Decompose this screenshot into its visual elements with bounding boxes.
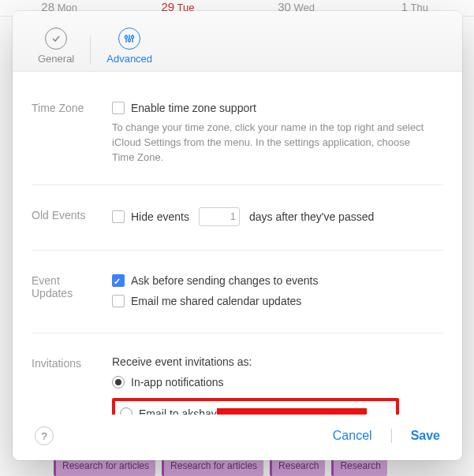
radio-icon [120, 407, 132, 415]
radio-email[interactable]: Email to akshay [120, 406, 388, 415]
enable-timezone-checkbox[interactable]: Enable time zone support [112, 100, 443, 116]
radio-icon [112, 376, 125, 389]
checkbox-label: Email me shared calendar updates [131, 293, 301, 309]
section-invitations: Invitations Receive event invitations as… [32, 349, 443, 415]
help-button[interactable]: ? [35, 426, 54, 445]
ask-before-sending-checkbox[interactable]: Ask before sending changes to events [112, 273, 443, 288]
tab-label: General [38, 53, 74, 65]
hide-events-checkbox[interactable]: Hide events days after they've passed [112, 207, 443, 226]
save-button[interactable]: Save [406, 426, 445, 446]
svg-point-3 [129, 39, 131, 41]
section-updates: Event Updates Ask before sending changes… [32, 266, 443, 333]
checkmark-circle-icon [45, 28, 67, 50]
email-shared-updates-checkbox[interactable]: Email me shared calendar updates [112, 293, 443, 309]
checkbox-label-pre: Hide events [131, 209, 189, 225]
checkbox-icon [112, 295, 125, 307]
radio-label: In-app notifications [131, 374, 224, 390]
section-label: Time Zone [32, 100, 99, 165]
checkbox-icon [112, 274, 125, 287]
section-label: Invitations [32, 355, 99, 415]
tab-advanced[interactable]: Advanced [95, 24, 163, 71]
modal-content: Time Zone Enable time zone support To ch… [13, 72, 462, 415]
event-chip[interactable]: Research for articles [54, 459, 155, 476]
preferences-modal: General Advanced Time Zone Enable time z… [13, 11, 462, 460]
section-label: Old Events [32, 207, 99, 231]
calendar-events-row: Research for articles Research for artic… [0, 459, 474, 476]
modal-footer: ? Cancel Save [13, 415, 462, 460]
email-option-highlight: Email to akshay Use this option if your … [112, 398, 399, 415]
sliders-icon [118, 28, 140, 50]
event-chip[interactable]: Research [331, 459, 386, 476]
invitations-intro: Receive event invitations as: [112, 355, 443, 368]
checkbox-label: Ask before sending changes to events [131, 273, 318, 288]
checkbox-icon [112, 102, 125, 114]
svg-point-1 [125, 35, 128, 38]
event-chip[interactable]: Research [270, 459, 325, 476]
timezone-hint: To change your time zone, click your nam… [112, 121, 427, 165]
button-separator [391, 429, 392, 443]
radio-inapp[interactable]: In-app notifications [112, 374, 443, 390]
checkbox-label-post: days after they've passed [249, 209, 374, 225]
radio-label: Email to akshay [139, 406, 367, 415]
tab-separator [90, 36, 91, 65]
event-chip[interactable]: Research for articles [162, 459, 263, 476]
checkbox-label: Enable time zone support [131, 100, 256, 116]
section-oldevents: Old Events Hide events days after they'v… [32, 201, 443, 251]
svg-point-5 [132, 35, 134, 38]
cancel-button[interactable]: Cancel [328, 426, 377, 446]
checkbox-icon [112, 210, 125, 223]
tab-general[interactable]: General [27, 24, 85, 71]
redacted-email [217, 408, 367, 415]
section-label: Event Updates [32, 273, 99, 314]
days-input[interactable] [199, 207, 240, 226]
tab-label: Advanced [106, 53, 152, 65]
tab-bar: General Advanced [13, 11, 462, 72]
section-timezone: Time Zone Enable time zone support To ch… [32, 94, 443, 185]
